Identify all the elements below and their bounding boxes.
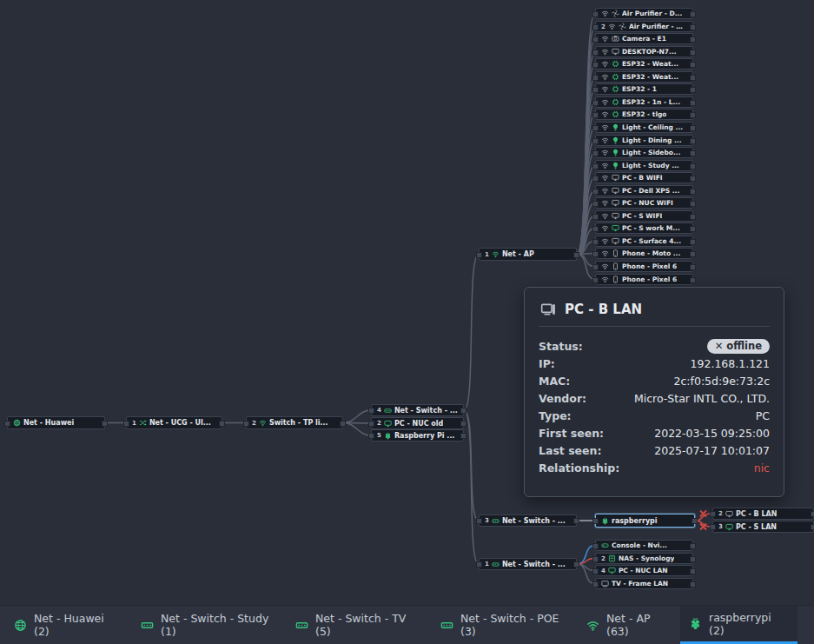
node-pc-nuc-lan[interactable]: 4PC - NUC LAN (595, 565, 693, 576)
tab-net-switch-poe[interactable]: Net - Switch - POE (3) (432, 606, 569, 644)
node-net-switch-rpi[interactable]: 3Net - Switch - ... (479, 515, 577, 527)
wifi-icon (601, 174, 609, 182)
node-label: PC - B WIFI (622, 174, 663, 182)
node-esp32-tlgo[interactable]: ESP32 - tlgo (595, 109, 693, 120)
node-air-purifier-d[interactable]: Air Purifier - D... (595, 8, 693, 19)
node-pc-s-lan[interactable]: 3PC - S LAN (712, 521, 814, 533)
status-value: offline (726, 340, 762, 352)
chip-icon (612, 60, 619, 68)
node-pc-b-wifi[interactable]: PC - B WIFI (595, 172, 693, 183)
popup-row-status: Status: ✕offline (539, 337, 770, 355)
raspberry-icon (384, 432, 392, 440)
popup-row-relationship: Relationship:nic (539, 459, 770, 476)
monitor-icon (612, 199, 619, 207)
node-net-switch-study[interactable]: 4Net - Switch - ... (371, 404, 464, 416)
node-air-purifier-x[interactable]: 2Air Purifier - X... (595, 21, 693, 32)
node-light-dining[interactable]: Light - Dining ... (595, 135, 693, 146)
wifi-icon (586, 619, 599, 632)
node-pc-nuc-old[interactable]: 2PC - NUC old (371, 417, 464, 429)
node-label: Net - AP (502, 250, 534, 258)
monitor-icon (725, 523, 733, 531)
tab-label: Net - Switch - TV (5) (315, 612, 408, 638)
node-pc-s-wifi[interactable]: PC - S WIFI (595, 210, 693, 222)
network-map-canvas[interactable]: Net - Huawei 1Net - UCG - Ul... 2Switch … (0, 0, 814, 606)
tab-net-huawei[interactable]: Net - Huawei (2) (5, 606, 127, 644)
node-label: PC - NUC LAN (619, 567, 668, 574)
node-camera-e1[interactable]: Camera - E1 (595, 33, 693, 44)
node-label: Switch - TP li... (269, 419, 328, 427)
camera-icon (612, 35, 619, 43)
node-net-ap[interactable]: 1Net - AP (479, 248, 577, 261)
node-phone-moto[interactable]: Phone - Moto ... (595, 248, 693, 259)
node-esp32-weat-2[interactable]: ESP32 - Weat... (595, 71, 693, 83)
node-pc-nuc-wifi[interactable]: PC - NUC WIFI (595, 197, 693, 209)
monitor-icon (612, 212, 619, 220)
node-pc-s-work[interactable]: PC - S work M... (595, 222, 693, 234)
node-light-sideboard[interactable]: Light - Sidebo... (595, 147, 693, 158)
field-value: Micro-Star INTL CO., LTD. (634, 392, 770, 405)
tab-net-ap[interactable]: Net - AP (63) (578, 606, 672, 644)
node-badge: 3 (485, 517, 489, 524)
monitor-icon (384, 420, 392, 428)
wifi-icon (601, 212, 609, 220)
node-phone-pixel6-b[interactable]: Phone - Pixel 6 (595, 274, 693, 285)
popup-row-type: Type:PC (539, 407, 770, 424)
popup-header: PC - B LAN (539, 300, 770, 327)
node-net-switch-tv[interactable]: 1Net - Switch - ... (479, 558, 577, 570)
node-net-ucg[interactable]: 1Net - UCG - Ul... (126, 416, 222, 429)
field-value: 2025-07-17 10:01:07 (654, 444, 770, 457)
wifi-icon (492, 250, 500, 258)
tab-net-switch-study[interactable]: Net - Switch - Study (1) (132, 606, 280, 644)
wifi-icon (601, 224, 609, 232)
field-label: First seen: (539, 427, 604, 440)
node-pc-dell-xps[interactable]: PC - Dell XPS ... (595, 185, 693, 196)
node-label: Net - Switch - ... (394, 407, 458, 415)
node-label: raspberrypi (612, 517, 658, 525)
phone-icon (612, 249, 619, 257)
node-desktop-n7[interactable]: DESKTOP-N7... (595, 46, 693, 57)
monitor-icon (612, 224, 619, 232)
switch-icon (141, 619, 154, 632)
monitor-icon (612, 187, 619, 195)
node-pc-surface[interactable]: PC - Surface 4... (595, 236, 693, 247)
tab-raspberrypi[interactable]: raspberrypi (2) (680, 606, 797, 644)
node-pc-b-lan[interactable]: 2PC - B LAN (712, 508, 814, 520)
node-light-study[interactable]: Light - Study ... (595, 160, 693, 171)
node-label: PC - B LAN (736, 510, 778, 518)
offline-x-icon: ✕ (715, 340, 724, 352)
node-console-nvidia[interactable]: Console - Nvi... (595, 540, 693, 551)
field-label: Vendor: (539, 392, 586, 405)
node-raspberry-pi-old[interactable]: 5Raspberry Pi ... (371, 429, 464, 442)
tab-label: Net - AP (63) (606, 612, 663, 638)
node-switch-tp[interactable]: 2Switch - TP li... (246, 416, 343, 429)
switch-icon (492, 561, 500, 568)
phone-icon (612, 262, 619, 270)
node-badge: 3 (718, 523, 723, 530)
node-label: TV - Frame LAN (612, 580, 668, 588)
lightbulb-icon (612, 123, 619, 131)
node-esp32-1n-l[interactable]: ESP32 - 1n - L... (595, 96, 693, 108)
node-esp32-weat-1[interactable]: ESP32 - Weat... (595, 58, 693, 70)
node-label: PC - NUC old (394, 420, 443, 428)
node-badge: 4 (377, 407, 381, 414)
wifi-icon (601, 10, 609, 17)
node-nas-synology[interactable]: 2NAS - Synology (595, 553, 693, 564)
popup-title: PC - B LAN (565, 302, 642, 317)
node-label: Light - Dining ... (622, 136, 682, 144)
tab-net-switch-tv[interactable]: Net - Switch - TV (5) (287, 606, 417, 644)
tab-label: Net - Switch - Study (1) (161, 612, 271, 638)
node-label: Console - Nvi... (612, 541, 667, 549)
monitor-icon (725, 510, 733, 518)
node-label: DESKTOP-N7... (622, 48, 677, 56)
wifi-icon (601, 149, 609, 156)
node-label: Phone - Pixel 6 (622, 276, 677, 283)
node-raspberrypi[interactable]: raspberrypi (595, 514, 695, 528)
popup-row-last-seen: Last seen:2025-07-17 10:01:07 (539, 442, 770, 459)
node-light-ceiling[interactable]: Light - Ceiling ... (595, 122, 693, 133)
node-badge: 1 (485, 251, 489, 258)
node-net-huawei[interactable]: Net - Huawei (7, 416, 105, 429)
node-tv-frame-lan[interactable]: TV - Frame LAN (595, 578, 693, 589)
node-badge: 4 (601, 568, 606, 574)
node-phone-pixel6-a[interactable]: Phone - Pixel 6 (595, 261, 693, 272)
node-esp32-1[interactable]: ESP32 - 1 (595, 83, 693, 95)
